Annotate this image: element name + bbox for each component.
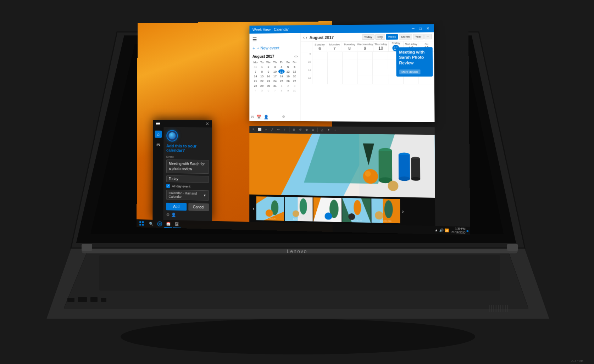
- crop-tool[interactable]: ⊞: [292, 127, 297, 133]
- cortana-dot: [168, 132, 176, 139]
- mail-icon[interactable]: ✉: [251, 115, 254, 119]
- add-to-calendar-button[interactable]: Add: [166, 203, 187, 211]
- new-event-button[interactable]: + + New event: [252, 45, 298, 51]
- svg-rect-19: [502, 305, 503, 312]
- week-time-grid: 9 10: [301, 52, 434, 122]
- thumbnail-4[interactable]: DSC01237: [342, 198, 371, 223]
- cursor-tool[interactable]: ↖: [251, 127, 256, 132]
- text-tool[interactable]: T: [282, 127, 288, 132]
- all-day-checkbox[interactable]: ✓: [166, 184, 170, 188]
- day-header-sunday: Sunday 6: [312, 42, 327, 52]
- cortana-person-icon[interactable]: 👤: [171, 213, 176, 218]
- clock-time: 1:30 PM: [452, 226, 466, 231]
- shape-icon[interactable]: △: [320, 127, 325, 133]
- model-text: X13 Yoga: [571, 359, 583, 362]
- cortana-home-icon[interactable]: ⌂: [155, 130, 162, 138]
- cortana-layout: ⌂ ✉ Add this to your calendar? Event: [152, 127, 212, 221]
- new-event-label: + New event: [257, 46, 279, 50]
- today-view-btn[interactable]: Today: [362, 34, 374, 40]
- calendar-prev-arrow[interactable]: ‹: [303, 35, 305, 40]
- toolbar-separator: [289, 128, 289, 132]
- cortana-mail-icon[interactable]: ✉: [155, 141, 162, 149]
- svg-rect-29: [379, 151, 393, 180]
- network-wifi-icon[interactable]: 📶: [445, 229, 449, 233]
- network-icon[interactable]: ▲: [434, 228, 438, 232]
- taskbar-cortana-icon[interactable]: [156, 220, 163, 228]
- week-view-btn[interactable]: Week: [386, 34, 398, 40]
- month-view-btn[interactable]: Month: [399, 34, 412, 40]
- notification-dot: [467, 230, 469, 232]
- maximize-button[interactable]: □: [417, 25, 423, 31]
- svg-rect-14: [493, 305, 494, 312]
- cortana-hamburger-icon[interactable]: [156, 122, 160, 125]
- cortana-topbar: ✕: [153, 120, 212, 127]
- close-button[interactable]: ✕: [424, 25, 431, 31]
- meeting-event-card[interactable]: Meeting with Sarah Photo Review More det…: [396, 52, 433, 77]
- svg-rect-9: [78, 297, 87, 302]
- calendar-window: Week View - Calendar ─ □ ✕ ☰: [250, 24, 434, 122]
- hamburger-menu-icon[interactable]: ☰: [252, 36, 298, 42]
- taskbar-calendar-icon[interactable]: 📅: [164, 220, 172, 228]
- cortana-svg-icon: [157, 221, 162, 226]
- mini-cal-next[interactable]: ›: [296, 54, 298, 58]
- system-tray: ▲ 🔊 📶 1:30 PM 01/18/2020: [434, 226, 468, 235]
- thumbnail-5[interactable]: DSC01238: [371, 198, 400, 223]
- star-icon[interactable]: ✦: [326, 127, 331, 133]
- zoom-in-tool[interactable]: ⊕: [304, 127, 309, 133]
- pencil-tool[interactable]: ✏: [276, 127, 281, 132]
- svg-rect-35: [399, 155, 410, 179]
- thumbnail-2[interactable]: DSC01235: [285, 197, 313, 222]
- cortana-settings-icon[interactable]: ⚙: [166, 212, 170, 217]
- time-label-9: 9: [301, 52, 312, 60]
- cortana-action-buttons: Add Cancel: [166, 203, 209, 211]
- cortana-question: Add this to your calendar?: [166, 144, 209, 153]
- thumbnail-1[interactable]: DSC01234: [256, 196, 284, 221]
- cortana-close-button[interactable]: ✕: [205, 121, 209, 126]
- zoom-out-tool[interactable]: ⊖: [310, 127, 316, 133]
- cancel-button[interactable]: Cancel: [188, 203, 209, 211]
- calendar-title: Week View - Calendar: [252, 27, 289, 32]
- filmstrip-next-button[interactable]: ›: [401, 208, 405, 214]
- plus-icon: +: [252, 45, 255, 51]
- calendar-select-dropdown[interactable]: Calendar - Mail and Calendar ▼: [166, 190, 209, 201]
- thumbnail-3[interactable]: DSC01236: [313, 197, 342, 222]
- arrow-icon[interactable]: →: [332, 127, 338, 133]
- more-details-button[interactable]: More details: [399, 69, 421, 74]
- filmstrip-prev-button[interactable]: ‹: [252, 205, 256, 211]
- lenovo-brand-text: Lenovo: [287, 248, 307, 254]
- select-tool[interactable]: ⬜: [257, 127, 262, 132]
- svg-rect-7: [507, 244, 518, 251]
- mini-cal-prev[interactable]: ‹: [294, 54, 295, 58]
- ellipse-tool[interactable]: ○: [263, 127, 268, 132]
- svg-rect-8: [67, 298, 74, 302]
- calendar-next-arrow[interactable]: ›: [306, 35, 307, 40]
- day-view-btn[interactable]: Day: [375, 34, 385, 40]
- view-button-group: Today Day Week Month Year ···: [362, 34, 432, 40]
- all-day-event-row: ✓ All day event: [166, 184, 209, 189]
- taskbar-search-icon[interactable]: 🔍: [147, 220, 155, 228]
- event-name-field[interactable]: Meeting with Sarah for a photo review: [166, 159, 209, 174]
- photo-svg: [249, 133, 435, 198]
- time-label-10: 10: [301, 60, 312, 68]
- start-button[interactable]: [138, 220, 145, 227]
- volume-icon[interactable]: 🔊: [439, 228, 443, 232]
- calendar-icon[interactable]: 📅: [256, 115, 261, 119]
- taskbar-photos-icon[interactable]: 🖼: [173, 220, 181, 228]
- mini-calendar: Mo Tu We Th Fr Sa Su 31 1 2 3 4: [252, 60, 298, 93]
- line-tool[interactable]: ╱: [270, 127, 275, 132]
- settings-icon[interactable]: ⚙: [282, 115, 285, 119]
- time-label-12: 12: [301, 76, 312, 84]
- more-view-btn[interactable]: ···: [424, 34, 432, 39]
- system-clock[interactable]: 1:30 PM 01/18/2020: [452, 226, 466, 235]
- rotate-tool[interactable]: ↺: [298, 127, 303, 133]
- minimize-button[interactable]: ─: [410, 26, 416, 32]
- svg-rect-22: [507, 305, 508, 312]
- cortana-add-calendar-popup: ✕ ⌂ ✉: [152, 120, 212, 221]
- event-date-field[interactable]: Today: [166, 175, 209, 183]
- svg-rect-17: [498, 305, 499, 312]
- calendar-body: ☰ + + New event August 2017 ‹: [250, 32, 434, 122]
- year-view-btn[interactable]: Year: [413, 34, 424, 40]
- laptop-container: Week View - Calendar ─ □ ✕ ☰: [0, 0, 594, 364]
- people-icon[interactable]: 👤: [264, 115, 269, 119]
- meeting-title: Meeting with Sarah Photo Review: [399, 52, 429, 66]
